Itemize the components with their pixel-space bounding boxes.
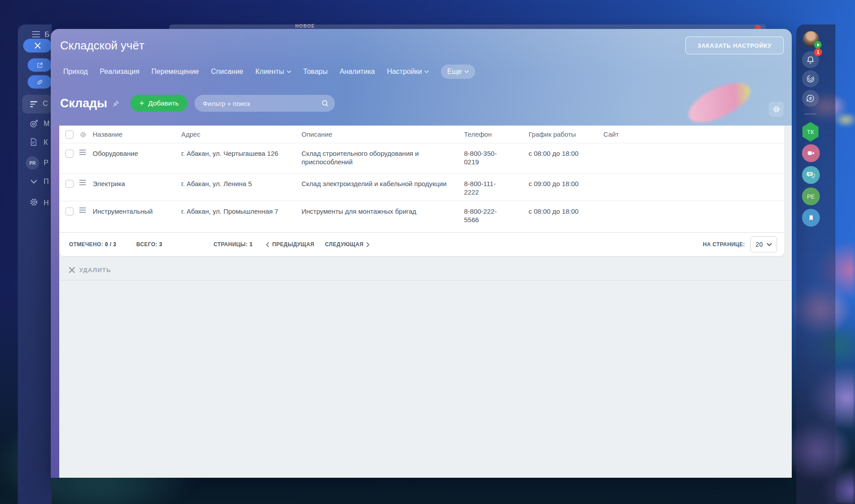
nav-nastroyki[interactable]: Настройки <box>387 68 429 76</box>
sidebar-label-fragment: Н <box>44 199 49 207</box>
target-icon[interactable] <box>29 119 39 129</box>
row-checkbox[interactable] <box>65 180 73 188</box>
chat-bubbles-icon <box>806 170 816 180</box>
order-setup-button[interactable]: ЗАКАЗАТЬ НАСТРОЙКУ <box>685 37 784 54</box>
sidebar-label-fragment: К <box>44 138 48 146</box>
sidebar-label-fragment: П <box>44 178 49 186</box>
row-checkbox[interactable] <box>65 150 73 158</box>
left-sidebar: Б С М К PR Р П Н <box>18 24 52 504</box>
underlying-slider-edge <box>169 24 766 29</box>
nav-analitika[interactable]: Аналитика <box>340 68 375 76</box>
pin-icon[interactable] <box>112 100 120 107</box>
search-input[interactable] <box>195 95 335 112</box>
row-menu-button[interactable] <box>79 143 93 156</box>
open-in-new-button[interactable] <box>28 58 52 72</box>
next-page-link[interactable]: СЛЕДУЮЩАЯ <box>325 241 370 248</box>
table-row[interactable]: Инструментальный г. Абакан, ул. Промышле… <box>59 201 784 232</box>
messenger-sidebar: 1 ТК РЕ <box>796 24 835 504</box>
column-header-schedule[interactable]: График работы <box>529 126 603 138</box>
warehouses-table: Название Адрес Описание Телефон График р… <box>59 126 784 256</box>
nav-realizaciya[interactable]: Реализация <box>100 68 139 76</box>
page-body: Название Адрес Описание Телефон График р… <box>51 126 792 478</box>
chevron-left-icon <box>266 242 269 247</box>
video-camera-icon <box>806 149 815 158</box>
nav-klienty[interactable]: Клиенты <box>255 68 291 76</box>
delete-button[interactable]: УДАЛИТЬ <box>79 267 111 273</box>
column-header-description[interactable]: Описание <box>301 126 464 138</box>
grid-settings-button[interactable] <box>769 102 784 117</box>
copilot-button[interactable] <box>802 70 819 87</box>
checked-label: ОТМЕЧЕНО:0 / 3 <box>69 241 116 248</box>
nav-tovary[interactable]: Товары <box>303 68 328 76</box>
nav-more[interactable]: Еще <box>441 65 475 79</box>
notification-count-badge: 1 <box>814 48 822 56</box>
chat-avatar-tk[interactable]: ТК <box>802 122 819 142</box>
chevron-down-icon <box>287 70 291 73</box>
user-avatar[interactable] <box>803 31 819 47</box>
row-menu-icon <box>79 207 82 213</box>
row-checkbox[interactable] <box>65 207 73 215</box>
copy-link-button[interactable] <box>28 75 52 89</box>
column-header-phone[interactable]: Телефон <box>464 126 529 138</box>
search-icon[interactable] <box>321 99 329 109</box>
cell-schedule: с 09:00 до 18:00 <box>529 174 603 188</box>
search-box <box>195 95 335 112</box>
chevron-down-icon <box>767 243 772 246</box>
cell-site <box>603 143 784 150</box>
page-title: Склады <box>60 97 107 110</box>
cell-description: Склад строительного оборудования и присп… <box>301 143 459 167</box>
cell-name: Электрика <box>93 174 181 188</box>
nav-spisanie[interactable]: Списание <box>211 68 244 76</box>
per-page-label: НА СТРАНИЦЕ: <box>703 241 745 248</box>
column-header-address[interactable]: Адрес <box>181 126 301 138</box>
filter-icon <box>30 101 37 109</box>
messenger-button[interactable] <box>802 90 819 107</box>
pr-avatar-badge[interactable]: PR <box>26 156 39 170</box>
row-menu-button[interactable] <box>79 174 93 187</box>
menu-burger-icon[interactable] <box>32 31 40 39</box>
prev-page-link[interactable]: ПРЕДЫДУЩАЯ <box>266 241 314 248</box>
row-menu-button[interactable] <box>79 201 93 214</box>
bell-icon <box>806 55 815 64</box>
chevron-down-icon[interactable] <box>30 179 37 184</box>
pagination-bar: ОТМЕЧЕНО:0 / 3 ВСЕГО:3 СТРАНИЦЫ:1 ПРЕДЫД… <box>59 232 784 256</box>
pages-label: СТРАНИЦЫ:1 <box>213 241 252 248</box>
cell-name: Инструментальный <box>93 201 181 216</box>
video-chat-button[interactable] <box>802 144 820 162</box>
group-chat-button[interactable] <box>802 166 820 184</box>
table-header-row: Название Адрес Описание Телефон График р… <box>59 126 784 143</box>
column-header-site[interactable]: Сайт <box>603 126 784 138</box>
gear-icon <box>79 131 87 138</box>
nav-prihod[interactable]: Приход <box>63 68 88 76</box>
close-slider-button[interactable] <box>23 39 52 53</box>
cell-schedule: с 08:00 до 18:00 <box>529 143 603 158</box>
new-badge: НОВОЕ <box>295 23 315 28</box>
external-link-icon <box>37 62 43 69</box>
document-icon[interactable] <box>29 138 38 146</box>
cell-description: Склад электроизделий и кабельной продукц… <box>301 174 459 188</box>
chat-avatar-re[interactable]: РЕ <box>802 187 820 205</box>
sidebar-label-fragment: Р <box>44 159 49 167</box>
column-header-name[interactable]: Название <box>93 126 181 138</box>
select-all-checkbox[interactable] <box>65 130 73 138</box>
columns-settings-button[interactable] <box>79 126 93 140</box>
chat-transfer-icon <box>806 93 815 103</box>
per-page-select[interactable]: 20 <box>750 236 777 252</box>
cell-site <box>603 174 784 180</box>
petal-image <box>683 74 755 131</box>
cell-address: г. Абакан, ул. Промышленная 7 <box>181 201 301 216</box>
per-page-group: НА СТРАНИЦЕ: 20 <box>703 236 777 252</box>
add-button[interactable]: + Добавить <box>130 95 188 112</box>
app-nav: Приход Реализация Перемещение Списание К… <box>63 65 475 79</box>
hexagon-avatar: ТК <box>802 122 819 142</box>
nav-peremeshenie[interactable]: Перемещение <box>151 68 199 76</box>
sidebar-label-fragment: С <box>43 100 48 108</box>
copilot-icon <box>806 74 815 84</box>
notifications-button[interactable]: 1 <box>802 51 819 68</box>
settings-gear-icon[interactable] <box>29 197 39 207</box>
chevron-down-icon <box>464 70 469 73</box>
table-row[interactable]: Электрика г. Абакан, ул. Ленина 5 Склад … <box>59 174 784 201</box>
row-checkbox-cell <box>59 174 79 188</box>
table-row[interactable]: Оборудование г. Абакан, ул. Чертыгашева … <box>59 143 784 174</box>
saved-messages-button[interactable] <box>802 209 820 227</box>
